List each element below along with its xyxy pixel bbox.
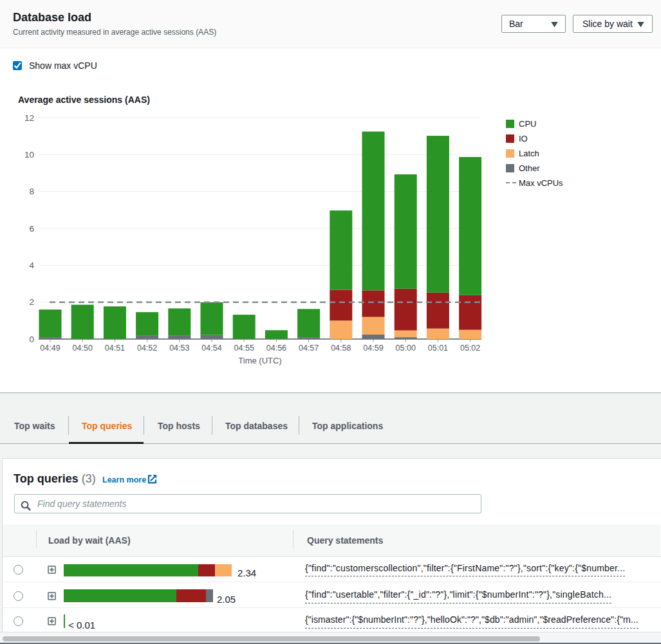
svg-text:10: 10 (24, 150, 34, 160)
svg-text:04:58: 04:58 (331, 344, 351, 353)
svg-text:04:54: 04:54 (201, 344, 221, 353)
svg-text:04:52: 04:52 (137, 344, 157, 353)
svg-text:12: 12 (24, 113, 34, 123)
svg-text:05:00: 05:00 (396, 344, 416, 353)
svg-text:04:59: 04:59 (363, 344, 383, 353)
svg-text:04:56: 04:56 (266, 344, 286, 353)
svg-text:05:01: 05:01 (428, 344, 448, 353)
svg-text:04:55: 04:55 (234, 344, 254, 353)
svg-text:04:50: 04:50 (73, 344, 93, 353)
svg-text:2: 2 (29, 297, 34, 307)
svg-text:04:57: 04:57 (299, 344, 319, 353)
svg-text:6: 6 (29, 224, 34, 234)
svg-text:4: 4 (29, 261, 34, 270)
svg-text:04:51: 04:51 (105, 344, 125, 353)
svg-text:0: 0 (29, 335, 34, 344)
svg-text:Time (UTC): Time (UTC) (238, 356, 281, 365)
svg-text:05:02: 05:02 (460, 344, 480, 353)
svg-text:8: 8 (29, 187, 34, 196)
svg-text:04:49: 04:49 (40, 344, 60, 353)
svg-text:04:53: 04:53 (169, 344, 189, 353)
